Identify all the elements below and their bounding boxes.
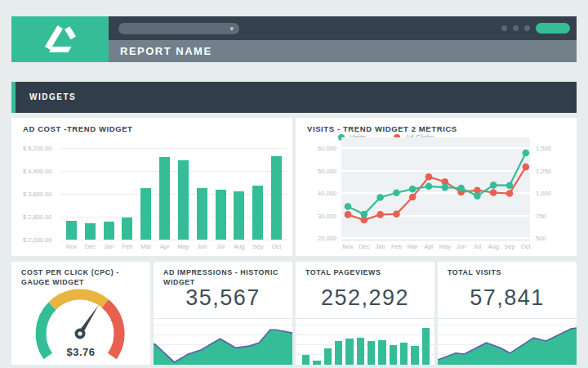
pageviews-bar[interactable] [335,341,342,365]
visits-point[interactable] [506,182,514,189]
visits-point[interactable] [361,211,368,218]
ad-cost-bar[interactable] [140,188,151,240]
pageviews-bar[interactable] [302,355,310,365]
bar-column: Aug [229,148,248,240]
widgets-section-header: WIDGETS [11,82,577,113]
pageviews-bar[interactable] [390,345,397,365]
ad-impressions-value: 35,567 [154,285,292,311]
pageviews-bars [302,322,430,365]
ad-clicks-point[interactable] [393,211,400,218]
dashboard-page: ▾ REPORT NAME WIDGETS AD COST -TREND WID… [0,0,588,368]
action-pill-button[interactable] [536,23,570,34]
widget-title: TOTAL VISITS [448,268,568,278]
visits-point[interactable] [490,182,497,189]
ad-cost-bar[interactable] [234,191,244,240]
pageviews-bar[interactable] [313,361,320,365]
bar-column: Jul [212,148,230,240]
ad-clicks-point[interactable] [376,211,384,218]
menu-dot-icon[interactable] [513,25,519,31]
bar-column: Oct [267,148,286,240]
ad-cost-bars: NovDecJanFebMarAprMayJunJulAugSepOct [62,148,286,240]
gauge-hub-center [78,331,82,335]
divider [154,318,292,319]
divider [438,318,577,319]
menu-dot-icon[interactable] [501,25,507,31]
bar-column: Mar [136,148,155,240]
visits-point[interactable] [376,194,384,201]
x-axis-label: Oct [264,243,289,250]
visits-area-chart [438,321,577,365]
ad-clicks-point[interactable] [523,164,530,171]
pageviews-bar[interactable] [324,348,332,365]
widget-title: TOTAL PAGEVIEWS [305,268,426,278]
visits-point[interactable] [457,185,465,192]
ad-cost-bar[interactable] [197,188,207,240]
widget-card-ad-impressions[interactable]: AD IMPRESSIONS - HISTORIC WIDGET 35,567 [154,262,292,365]
widget-card-total-pageviews[interactable]: TOTAL PAGEVIEWS 252,292 [296,262,434,365]
ad-cost-bar[interactable] [271,156,282,240]
pageviews-bar[interactable] [422,328,430,365]
menu-dot-icon[interactable] [524,25,530,31]
visits-point[interactable] [523,150,530,157]
ad-clicks-point[interactable] [409,194,416,201]
pageviews-bar[interactable] [345,339,353,365]
visits-point[interactable] [425,183,433,191]
area-fill [438,328,577,365]
ad-cost-bar[interactable] [216,190,226,240]
bar-column: Dec [81,148,100,240]
visits-point[interactable] [345,203,352,210]
pageviews-bar[interactable] [357,338,364,365]
ad-cost-bar[interactable] [178,160,189,240]
y-axis-label: $ 3,600.00 [23,191,51,198]
bar-column: Sep [248,148,267,240]
ad-cost-bar[interactable] [104,222,114,240]
widget-title: AD COST -TREND WIDGET [23,124,284,135]
cpc-value: $3.76 [11,346,150,358]
y-axis-label: $ 2,800.00 [23,213,51,221]
chevron-down-icon[interactable]: ▾ [229,23,234,34]
area-fill [154,330,292,365]
total-visits-value: 57,841 [438,285,577,311]
visits-line-svg [296,118,577,256]
ad-cost-bar[interactable] [66,221,77,240]
ad-cost-bar[interactable] [122,218,132,240]
pageviews-bar[interactable] [400,343,408,365]
impressions-area-chart [154,321,292,365]
visits-point[interactable] [474,192,481,200]
widget-card-ad-cost[interactable]: AD COST -TREND WIDGET $ 5,200.00$ 4,400.… [11,118,292,256]
topbar-controls [501,16,570,40]
bar-column: Jan [100,148,118,240]
search-input[interactable]: ▾ [118,23,239,34]
ad-clicks-point[interactable] [490,189,497,196]
y-axis-label: $ 4,400.00 [23,168,51,175]
pageviews-bar[interactable] [411,346,418,365]
visits-point[interactable] [393,189,400,196]
ad-clicks-point[interactable] [506,190,514,197]
drive-triangle-icon [44,25,77,53]
visits-point[interactable] [442,184,449,191]
widget-card-cpc-gauge[interactable]: COST PER CLICK (CPC) - GAUGE WIDGET $3.7… [11,262,150,365]
gridline [60,240,287,240]
browser-topbar: ▾ [109,16,577,40]
y-axis-label: $ 5,200.00 [23,145,51,152]
ad-cost-bar[interactable] [85,223,96,240]
widgets-section-title: WIDGETS [16,82,577,113]
ad-cost-plot: NovDecJanFebMarAprMayJunJulAugSepOct [60,148,287,240]
pageviews-bar[interactable] [368,341,375,365]
bar-column: May [174,148,193,240]
ad-cost-bar[interactable] [159,157,170,240]
bar-column: Nov [62,148,81,240]
ad-clicks-point[interactable] [425,173,433,181]
visits-point[interactable] [409,186,416,193]
bar-column: Apr [155,148,174,240]
gauge-segment-mid [52,294,105,306]
y-axis-label: $ 2,000.00 [23,236,51,244]
report-titlebar: REPORT NAME [109,40,577,62]
pageviews-bar[interactable] [378,340,385,365]
ad-clicks-point[interactable] [345,211,352,218]
app-logo[interactable] [11,16,109,62]
widget-card-total-visits[interactable]: TOTAL VISITS 57,841 [438,262,577,365]
widget-card-visits-trend[interactable]: VISITS - TREND WIDGET 2 METRICS VisitsAd… [296,118,577,256]
ad-cost-bar[interactable] [252,186,263,240]
bar-column: Feb [118,148,136,240]
